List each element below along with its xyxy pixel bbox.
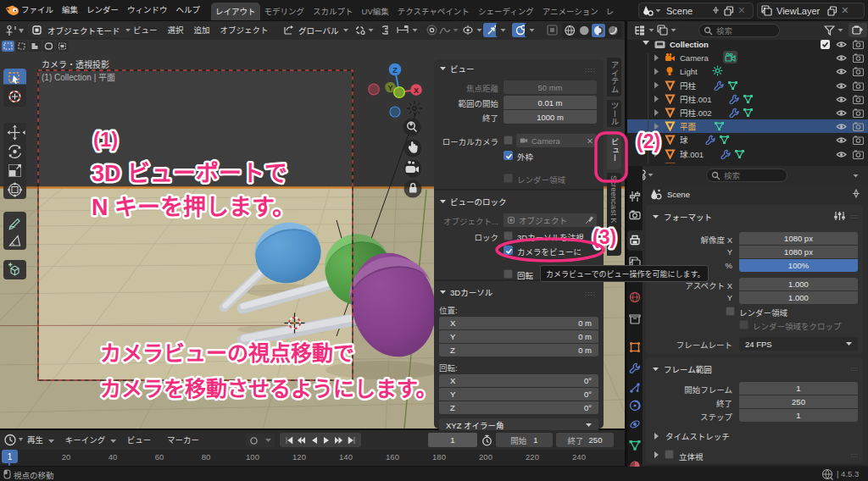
svg-text:(1) Collection | 平面: (1) Collection | 平面 bbox=[42, 73, 115, 82]
svg-text:X: X bbox=[414, 86, 419, 95]
svg-text:Y: Y bbox=[387, 84, 392, 92]
svg-text:カメラ・透視投影: カメラ・透視投影 bbox=[42, 59, 109, 69]
svg-text:Z: Z bbox=[392, 66, 398, 75]
